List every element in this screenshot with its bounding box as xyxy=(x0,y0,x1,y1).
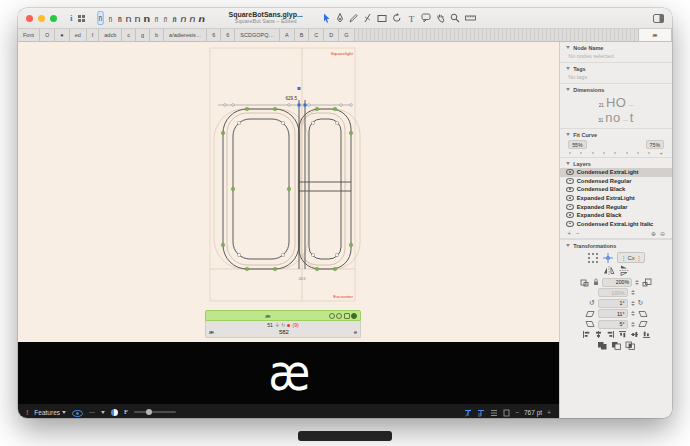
section-transformations[interactable]: Transformations xyxy=(560,239,672,250)
hand-tool-icon[interactable] xyxy=(436,13,445,23)
info-icon[interactable]: i xyxy=(70,11,73,25)
corner-node[interactable] xyxy=(282,254,284,256)
rotate-tool-icon[interactable] xyxy=(392,13,402,23)
layer-row-condensed-regular[interactable]: Condensed Regular xyxy=(560,177,672,186)
vertical-layout-icon[interactable] xyxy=(490,403,498,418)
corner-node[interactable] xyxy=(336,122,338,124)
e-bowl-inner-path[interactable] xyxy=(309,119,341,259)
smooth-node[interactable] xyxy=(349,243,353,247)
invert-preview-icon[interactable] xyxy=(111,409,118,416)
sidebar-toggle-icon[interactable] xyxy=(653,11,664,25)
eye-icon[interactable] xyxy=(566,187,574,193)
rotate-mini-icon[interactable]: ↻ xyxy=(281,322,285,328)
ltr-direction-icon[interactable] xyxy=(464,403,472,418)
master-button-expanded-extralight[interactable]: n xyxy=(124,13,132,25)
eye-icon[interactable] xyxy=(566,169,574,175)
right-metrics-key[interactable]: e xyxy=(354,329,357,335)
glyph-info-header[interactable]: æ xyxy=(205,310,361,321)
layer-row-condensed-extralight-italic[interactable]: Condensed ExtraLight Italic xyxy=(560,220,672,229)
rtl-direction-icon[interactable] xyxy=(477,403,485,418)
corner-node[interactable] xyxy=(312,122,314,124)
chevron-down-icon-2[interactable] xyxy=(101,411,105,414)
smooth-node[interactable] xyxy=(315,267,319,271)
select-tool-icon[interactable] xyxy=(322,13,331,23)
corner-node[interactable] xyxy=(238,254,240,256)
tab-A[interactable]: A xyxy=(280,29,295,41)
tab-ae-active[interactable]: æ xyxy=(639,29,672,41)
layer-row-expanded-extralight[interactable]: Expanded ExtraLight xyxy=(560,194,672,203)
shape-tool-icon[interactable] xyxy=(377,14,387,23)
selected-node[interactable] xyxy=(298,104,301,107)
tab-O[interactable]: O xyxy=(40,29,55,41)
lock-icon[interactable] xyxy=(593,278,599,286)
smooth-node[interactable] xyxy=(231,187,235,191)
slant-left-icon[interactable] xyxy=(585,310,595,318)
metrics-circle-icon-2[interactable] xyxy=(336,313,342,319)
style-dropdown[interactable]: — xyxy=(89,409,95,415)
metric-value[interactable]: 51 xyxy=(267,322,273,328)
glyph-width[interactable]: 582 xyxy=(214,329,354,335)
eye-icon[interactable] xyxy=(566,212,574,218)
tab-f[interactable]: f xyxy=(87,29,100,41)
zoom-in-button[interactable]: + xyxy=(547,409,551,416)
layer-row-expanded-regular[interactable]: Expanded Regular xyxy=(560,202,672,211)
dimension-dash-2[interactable]: — xyxy=(623,117,628,123)
mirror-vertical-icon[interactable] xyxy=(618,265,630,276)
a-bowl-inner-path[interactable] xyxy=(233,119,289,259)
rotate-cw-icon[interactable]: ↻ xyxy=(638,299,644,307)
skew-stepper[interactable] xyxy=(631,322,635,327)
tab-ed[interactable]: ed xyxy=(70,29,87,41)
eye-icon[interactable] xyxy=(72,403,83,418)
scale-up-icon[interactable] xyxy=(642,278,652,287)
fit-curve-max[interactable]: 75% xyxy=(646,140,664,149)
smooth-node[interactable] xyxy=(287,187,291,191)
tab-G[interactable]: G xyxy=(339,29,354,41)
layer-row-condensed-extralight[interactable]: Condensed ExtraLight xyxy=(560,168,672,177)
crosshair-mini-icon[interactable]: ✛ xyxy=(275,322,279,328)
edit-canvas[interactable]: 629.5 463 Squarelight Excounter xyxy=(18,42,559,342)
tab-b[interactable]: b xyxy=(150,29,164,41)
tab-D[interactable]: D xyxy=(324,29,339,41)
smooth-node[interactable] xyxy=(273,267,277,271)
smooth-node[interactable] xyxy=(315,107,319,111)
selected-node[interactable] xyxy=(304,104,307,107)
text-preview-area[interactable]: æ xyxy=(18,342,559,404)
add-layer-button[interactable]: + xyxy=(567,230,571,237)
crosshair-icon[interactable] xyxy=(602,252,614,264)
master-button-condensed-regular-italic[interactable]: n xyxy=(162,13,168,25)
subtract-icon[interactable] xyxy=(611,341,622,350)
smooth-node[interactable] xyxy=(333,267,337,271)
slant-right-icon[interactable] xyxy=(638,310,648,318)
tab-c[interactable]: c xyxy=(122,29,136,41)
tab-dot[interactable]: ● xyxy=(55,29,69,41)
zoom-tool-icon[interactable] xyxy=(450,13,460,23)
tab-6b[interactable]: 6 xyxy=(221,29,235,41)
e-bowl-outer-path[interactable] xyxy=(299,109,351,269)
smooth-node[interactable] xyxy=(349,131,353,135)
skew-right-icon[interactable] xyxy=(638,320,648,328)
export-check-icon[interactable] xyxy=(351,313,357,319)
align-left-icon[interactable] xyxy=(582,330,591,339)
eye-icon[interactable] xyxy=(566,204,574,210)
zoom-out-button[interactable]: − xyxy=(515,409,519,416)
tab-overflow-area[interactable] xyxy=(355,29,639,41)
tab-font[interactable]: Font xyxy=(18,29,40,41)
mirror-horizontal-icon[interactable] xyxy=(603,265,615,276)
features-menu[interactable]: Features xyxy=(34,409,66,416)
master-button-condensed-black[interactable]: n xyxy=(117,13,122,25)
glyph-outline-drawing[interactable]: 629.5 463 Squarelight Excounter xyxy=(18,42,559,342)
section-layers[interactable]: Layers xyxy=(560,157,672,168)
scale-down-icon[interactable] xyxy=(580,278,590,287)
section-node-name[interactable]: Node Name xyxy=(560,42,672,52)
selected-node[interactable] xyxy=(298,87,301,90)
corner-node[interactable] xyxy=(336,254,338,256)
metrics-square-icon[interactable] xyxy=(344,313,350,319)
annotation-tool-icon[interactable] xyxy=(421,13,431,23)
master-button-condensed-extralight-italic[interactable]: n xyxy=(153,13,159,25)
layer-visibility-icon[interactable]: ⊖ xyxy=(660,230,665,237)
stem-value-h[interactable]: 21 xyxy=(599,103,604,108)
smooth-node[interactable] xyxy=(245,267,249,271)
smooth-node[interactable] xyxy=(333,107,337,111)
measure-tool-icon[interactable] xyxy=(465,14,476,22)
section-dimensions[interactable]: Dimensions xyxy=(560,83,672,94)
